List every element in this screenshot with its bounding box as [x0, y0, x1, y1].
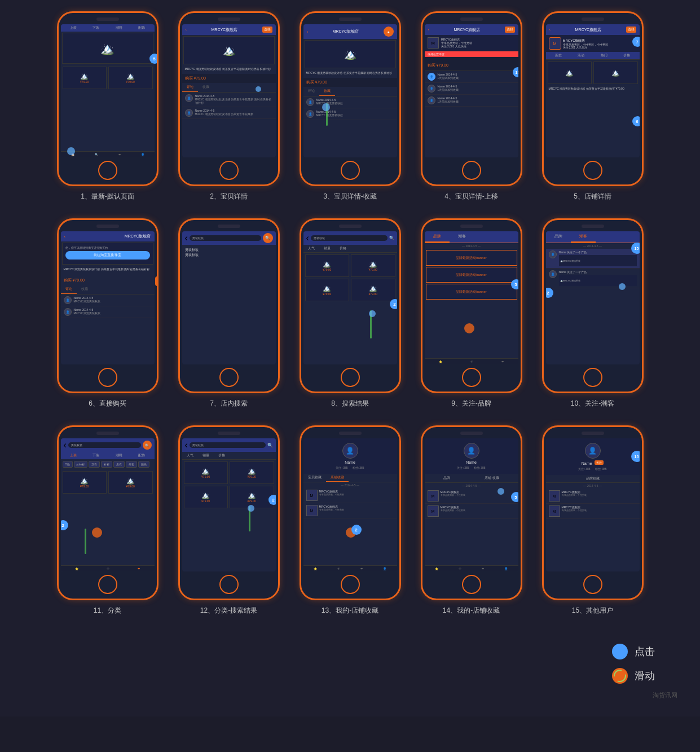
detail-tabs-6[interactable]: 评论 收藏	[61, 285, 155, 294]
sort-popular-12[interactable]: 人气	[182, 452, 198, 459]
back-12[interactable]: ‹	[185, 440, 188, 450]
product-8a[interactable]: 🏔️ ¥79.00	[305, 254, 350, 277]
detail-tabs-3[interactable]: 评论 收藏	[303, 87, 397, 96]
tab-brand-10[interactable]: 品牌	[546, 231, 571, 243]
cat-shoes-11[interactable]: 潮鞋	[116, 453, 122, 458]
record-btn-3[interactable]: ●	[384, 27, 394, 37]
back-5[interactable]: ‹	[549, 27, 551, 32]
tab-collect-6[interactable]: 收藏	[77, 285, 93, 294]
follow-tabs-9[interactable]: 品牌 潮客	[425, 231, 518, 243]
nav-eye-13[interactable]: 👁	[337, 567, 340, 570]
tag-tshirt[interactable]: T恤	[63, 461, 73, 468]
tab-top[interactable]: 上装	[70, 25, 77, 30]
tag-color[interactable]: 颜色	[138, 461, 149, 468]
nav-heart-13[interactable]: ❤	[360, 567, 363, 570]
product-2[interactable]: 🏔️ ¥79.00	[108, 67, 153, 89]
select-btn-4[interactable]: 选择	[505, 27, 515, 33]
tab-trendy-10[interactable]: 潮客	[571, 231, 596, 243]
product-8d[interactable]: 🏔️ ¥79.00	[351, 279, 395, 301]
search-input-12[interactable]: 男装秋装	[190, 442, 266, 448]
product-12b[interactable]: 🏔️ ¥79.00	[230, 461, 274, 484]
tab-brand-9[interactable]: 品牌	[425, 231, 450, 243]
cat-tabs-11[interactable]: 上装 下装 潮鞋 配饰	[61, 452, 155, 459]
sort-price-12[interactable]: 价格	[214, 452, 230, 459]
search-input-7[interactable]: 男装秋装	[190, 235, 261, 241]
tab-comment-2[interactable]: 评论	[182, 83, 198, 92]
back-4[interactable]: ‹	[428, 27, 430, 32]
product-8b[interactable]: 🏔️ ¥79.00	[351, 254, 395, 277]
back-3[interactable]: ‹	[307, 29, 309, 34]
search-icon-8[interactable]: 🔍	[389, 236, 394, 240]
sort-tabs-8[interactable]: 人气 销量 价格	[303, 245, 397, 253]
product-11b[interactable]: 🏔️ ¥79.00	[108, 471, 153, 494]
cat-acc-11[interactable]: 配饰	[138, 453, 145, 458]
tab-trendy-9[interactable]: 潮客	[450, 231, 474, 243]
nav-eye-11[interactable]: 👁	[107, 567, 109, 570]
tab-store-14[interactable]: 店铺 收藏	[485, 476, 499, 481]
product-12c[interactable]: 🏔️ ¥79.00	[184, 486, 228, 508]
tag-leather[interactable]: 皮衣	[113, 461, 125, 468]
back-6[interactable]: ‹	[64, 234, 66, 239]
sort-sales-8[interactable]: 销量	[319, 245, 335, 252]
tab-product-collect-13[interactable]: 宝贝收藏	[303, 474, 326, 482]
nav-me-13[interactable]: 👤	[383, 567, 386, 570]
nav-me-14[interactable]: 👤	[504, 567, 508, 570]
tab-fav-14[interactable]: 品牌	[443, 476, 450, 481]
tab-collect-15[interactable]: 品牌收藏	[586, 476, 600, 481]
nav-hot[interactable]: 热门	[601, 53, 607, 58]
sort-price-8[interactable]: 价格	[335, 245, 351, 252]
tab-acc[interactable]: 配饰	[138, 25, 145, 30]
product-5a[interactable]: 🏔️	[548, 61, 592, 84]
search-bar-8[interactable]: ‹ 男装秋装 🔍	[303, 231, 397, 245]
tag-sweat[interactable]: 卫衣	[89, 461, 100, 468]
nav-home-14[interactable]: ⭐	[435, 567, 438, 570]
nav-heart-11[interactable]: ❤	[138, 567, 140, 570]
tag-polo[interactable]: polo衫	[74, 461, 87, 468]
nav-price[interactable]: 价格	[623, 53, 630, 58]
detail-tabs-2[interactable]: 评论 收藏	[182, 83, 276, 93]
tab-bottom[interactable]: 下装	[93, 25, 99, 30]
tab-comment-6[interactable]: 评论	[61, 285, 77, 294]
product-1[interactable]: 🏔️ ¥79.00	[63, 67, 107, 89]
nav-heart-14[interactable]: ❤	[482, 567, 484, 570]
nav-home-9[interactable]: ⭐	[439, 360, 442, 363]
tag-shirt[interactable]: 衬衫	[101, 461, 112, 468]
select-btn-5[interactable]: 选择	[626, 27, 636, 33]
search-bar-12[interactable]: ‹ 男装秋装 🔍	[182, 438, 276, 452]
sort-tabs-12[interactable]: 人气 销量 价格	[182, 452, 276, 460]
search-input-11[interactable]: 男装秋装	[68, 442, 141, 448]
search-input-8[interactable]: 男装秋装	[311, 235, 388, 241]
nav-home-13[interactable]: ⭐	[314, 567, 317, 570]
nav-eye-9[interactable]: 👁	[470, 360, 473, 363]
taobao-link-6[interactable]: 前往淘宝直接 珠宝	[65, 251, 150, 260]
back-2[interactable]: ‹	[186, 27, 187, 32]
product-5b[interactable]: 🏔️	[593, 61, 638, 84]
sort-popular-8[interactable]: 人气	[303, 245, 319, 252]
tab-store-collect-13[interactable]: 店铺收藏	[326, 474, 349, 482]
action-tabs-14[interactable]: 品牌 店铺 收藏	[425, 474, 518, 483]
product-8c[interactable]: 🏔️ ¥79.00	[305, 279, 350, 301]
search-bar-11[interactable]: ‹ 男装秋装 🔍	[61, 438, 155, 452]
nav-new[interactable]: 新款	[555, 53, 562, 58]
cat-top-11[interactable]: 上装	[70, 453, 77, 458]
product-11a[interactable]: 🏔️ ¥79.00	[63, 471, 107, 494]
back-8[interactable]: ‹	[306, 233, 309, 243]
nav-promo[interactable]: 活动	[578, 53, 584, 58]
tab-comment-3[interactable]: 评论	[303, 87, 319, 96]
cat-bottom-11[interactable]: 下装	[93, 453, 99, 458]
back-11[interactable]: ‹	[64, 440, 67, 450]
nav-heart-9[interactable]: ❤	[501, 360, 504, 363]
nav-fav[interactable]: ❤	[118, 153, 121, 156]
sort-sales-12[interactable]: 销量	[198, 452, 214, 459]
profile-tabs-15[interactable]: 品牌收藏	[546, 475, 640, 483]
nav-search[interactable]: 🔍	[95, 153, 98, 156]
tag-jacket[interactable]: 外套	[126, 461, 137, 468]
nav-eye-14[interactable]: 👁	[459, 567, 461, 570]
tab-collect-2[interactable]: 收藏	[198, 83, 214, 92]
suggest-2[interactable]: 男装秋装	[185, 253, 273, 258]
follow-tabs-10[interactable]: 品牌 潮客	[546, 231, 640, 243]
search-btn-11[interactable]: 🔍	[143, 441, 152, 450]
follow-btn-15[interactable]: 关注	[595, 460, 604, 465]
suggest-1[interactable]: 男装秋装	[185, 248, 273, 253]
tab-bar-1[interactable]: 上装 下装 潮鞋 配饰	[61, 24, 155, 32]
